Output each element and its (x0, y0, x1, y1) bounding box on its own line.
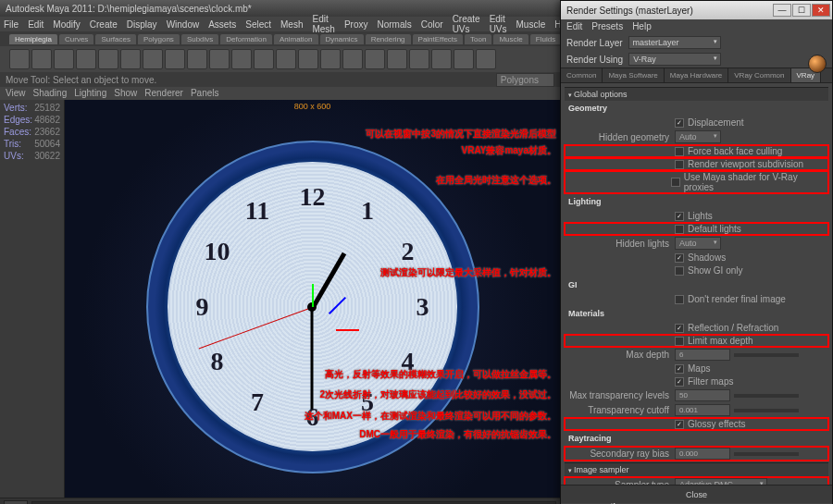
shelf-tab-animation[interactable]: Animation (274, 34, 318, 44)
shelf-icon-7[interactable] (165, 49, 185, 69)
maps-checkbox[interactable] (675, 364, 684, 374)
minimize-icon[interactable]: — (773, 4, 791, 17)
shelf-toolbar[interactable] (0, 46, 560, 72)
default-lights-checkbox[interactable] (675, 225, 684, 234)
shelf-icon-15[interactable] (342, 49, 363, 69)
clock-model[interactable]: 121234567891011 (146, 141, 479, 473)
axis-x[interactable] (336, 329, 359, 331)
shelf-tab-deformation[interactable]: Deformation (220, 34, 272, 44)
menu-modify[interactable]: Modify (53, 19, 80, 30)
limit-depth-checkbox[interactable] (675, 337, 684, 346)
hidden-geo-dropdown[interactable]: Auto (675, 130, 721, 143)
timeline[interactable] (31, 501, 556, 505)
max-depth-slider[interactable] (734, 353, 799, 357)
shelf-icon-10[interactable] (231, 49, 252, 69)
menu-color[interactable]: Color (421, 19, 443, 30)
menu-file[interactable]: File (4, 19, 19, 30)
shelf-icon-14[interactable] (320, 49, 341, 69)
shelf-icon-1[interactable] (31, 49, 52, 69)
render-using-dropdown[interactable]: V-Ray (628, 53, 721, 66)
shelf-tab-toon[interactable]: Toon (465, 34, 491, 44)
shelf-tab-curves[interactable]: Curves (59, 34, 93, 44)
render-viewport-checkbox[interactable] (675, 160, 684, 169)
menu-edit-uvs[interactable]: Edit UVs (490, 14, 507, 34)
shelf-tab-hemiplegia[interactable]: Hemiplegia (9, 34, 57, 44)
lights-checkbox[interactable] (675, 212, 684, 221)
rw-title-bar[interactable]: Render Settings (masterLayer) — ☐ ✕ (561, 1, 832, 19)
shelf-icon-6[interactable] (143, 49, 163, 69)
glossy-checkbox[interactable] (675, 420, 684, 429)
rw-tab-maya-software[interactable]: Maya Software (603, 68, 664, 82)
shelf-icon-2[interactable] (54, 49, 74, 69)
panel-menu-lighting[interactable]: Lighting (74, 88, 106, 99)
max-trans-field[interactable]: 50 (675, 389, 730, 401)
max-depth-field[interactable]: 6 (675, 349, 730, 361)
shadows-checkbox[interactable] (675, 253, 684, 263)
menu-select[interactable]: Select (245, 19, 271, 30)
rw-tab-vray-common[interactable]: VRay Common (728, 68, 790, 82)
shelf-icon-16[interactable] (365, 49, 385, 69)
shelf-icon-18[interactable] (409, 49, 429, 69)
rw-menu-edit[interactable]: Edit (566, 21, 582, 32)
menu-window[interactable]: Window (167, 19, 200, 30)
menu-display[interactable]: Display (127, 19, 157, 30)
shelf-icon-5[interactable] (120, 49, 141, 69)
shelf-icon-0[interactable] (9, 49, 30, 69)
shelf-icon-13[interactable] (298, 49, 318, 69)
shelf-tab-muscle[interactable]: Muscle (493, 34, 528, 44)
maximize-icon[interactable]: ☐ (792, 4, 811, 17)
reflection-checkbox[interactable] (675, 324, 684, 333)
menu-edit-mesh[interactable]: Edit Mesh (312, 14, 334, 34)
shelf-icon-11[interactable] (254, 49, 274, 69)
shelf-tab-dynamics[interactable]: Dynamics (320, 34, 364, 44)
menu-edit[interactable]: Edit (28, 19, 44, 30)
image-sampler-header[interactable]: Image sampler (565, 462, 828, 476)
shelf-tabs[interactable]: HemiplegiaCurvesSurfacesPolygonsSubdivsD… (0, 31, 560, 46)
rw-menu-help[interactable]: Help (632, 21, 652, 32)
shelf-icon-4[interactable] (98, 49, 118, 69)
shelf-icon-21[interactable] (476, 49, 496, 69)
layout-dropdown[interactable]: Polygons (496, 73, 554, 87)
menu-create-uvs[interactable]: Create UVs (453, 14, 480, 34)
menu-normals[interactable]: Normals (377, 19, 411, 30)
shelf-tab-painteffects[interactable]: PaintEffects (413, 34, 464, 44)
trans-cutoff-field[interactable]: 0.001 (675, 404, 730, 416)
panel-menu-renderer[interactable]: Renderer (144, 88, 183, 99)
shelf-tab-fluids[interactable]: Fluids (530, 34, 561, 44)
sec-bias-field[interactable]: 0.000 (675, 448, 730, 460)
menu-mesh[interactable]: Mesh (280, 19, 303, 30)
panel-menu-shading[interactable]: Shading (33, 88, 68, 99)
shelf-icon-8[interactable] (187, 49, 207, 69)
rw-tabs[interactable]: CommonMaya SoftwareMaya HardwareVRay Com… (561, 68, 832, 83)
close-icon[interactable]: ✕ (812, 4, 830, 17)
shelf-tab-subdivs[interactable]: Subdivs (181, 34, 218, 44)
panel-menu[interactable]: ViewShadingLightingShowRendererPanels (0, 87, 560, 100)
shelf-icon-3[interactable] (76, 49, 96, 69)
axis-z[interactable] (329, 297, 346, 314)
axis-y[interactable] (312, 284, 314, 307)
menu-muscle[interactable]: Muscle (516, 19, 546, 30)
rw-menu-bar[interactable]: EditPresetsHelp (561, 19, 832, 34)
panel-menu-panels[interactable]: Panels (191, 88, 219, 99)
main-menu-bar[interactable]: FileEditModifyCreateDisplayWindowAssetsS… (0, 17, 560, 31)
viewport[interactable]: 800 x 600 121234567891011 (65, 100, 560, 498)
shelf-tab-surfaces[interactable]: Surfaces (95, 34, 136, 44)
force-backface-checkbox[interactable] (675, 147, 684, 156)
menu-assets[interactable]: Assets (208, 19, 236, 30)
close-button[interactable]: Close (561, 485, 832, 503)
filter-maps-checkbox[interactable] (675, 377, 684, 387)
dont-render-checkbox[interactable] (675, 295, 684, 304)
use-maya-shader-checkbox[interactable] (671, 178, 680, 187)
shelf-icon-9[interactable] (209, 49, 230, 69)
shelf-icon-17[interactable] (387, 49, 407, 69)
menu-proxy[interactable]: Proxy (344, 19, 368, 30)
menu-create[interactable]: Create (90, 19, 118, 30)
shelf-tab-polygons[interactable]: Polygons (138, 34, 180, 44)
hidden-lights-dropdown[interactable]: Auto (675, 237, 721, 250)
shelf-icon-20[interactable] (454, 49, 474, 69)
rw-menu-presets[interactable]: Presets (591, 21, 623, 32)
render-layer-dropdown[interactable]: masterLayer (628, 36, 721, 49)
mel-label[interactable]: MEL (4, 500, 28, 504)
global-options-header[interactable]: Global options (565, 87, 828, 101)
shelf-tab-rendering[interactable]: Rendering (366, 34, 411, 44)
